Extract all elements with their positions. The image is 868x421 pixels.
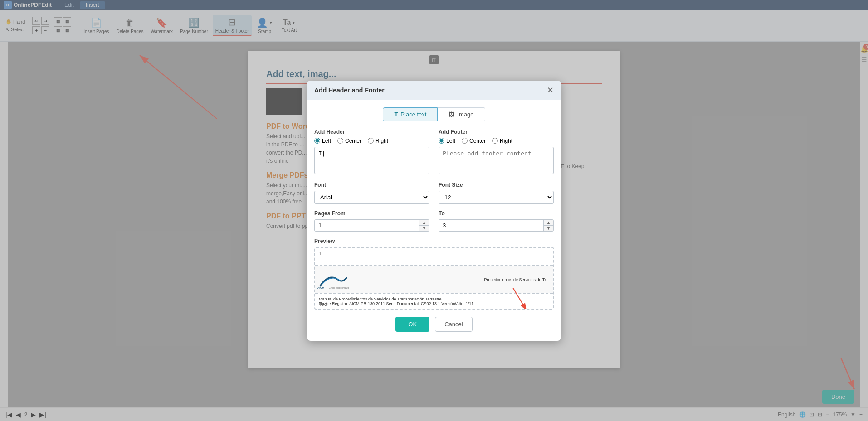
pages-from-spinners: ▲ ▼	[419, 220, 429, 231]
footer-text-input[interactable]	[439, 147, 554, 174]
pages-row: Pages From ▲ ▼ To ▲	[314, 210, 554, 232]
font-size-label: Font Size	[439, 182, 554, 188]
aicm-logo-svg: AICM Grupo Aeroportuario	[315, 271, 351, 289]
font-size-col: Font Size 891011 121416 182436	[439, 182, 554, 204]
preview-label: Preview	[314, 238, 554, 244]
preview-right-text: Procedimientos de Servicios de Tr...	[351, 277, 553, 282]
pages-to-down[interactable]: ▼	[544, 226, 553, 231]
pages-from-up[interactable]: ▲	[419, 220, 429, 226]
font-label: Font	[314, 182, 429, 188]
header-right-radio[interactable]: Right	[368, 138, 388, 144]
modal-body: T Place text 🖼 Image Add Header Left	[307, 100, 561, 341]
header-col: Add Header Left Center Right	[314, 129, 429, 175]
footer-radio-group: Left Center Right	[439, 138, 554, 144]
modal-footer: OK Cancel	[314, 317, 554, 334]
preview-section: Preview 1 AICM	[314, 238, 554, 310]
preview-page-num: 1	[319, 251, 322, 256]
preview-header: 1	[315, 248, 553, 266]
pages-to-wrap: ▲ ▼	[439, 219, 554, 232]
pages-to-spinners: ▲ ▼	[543, 220, 553, 231]
font-col: Font Arial Times New Roman Courier New H…	[314, 182, 429, 204]
pages-to-up[interactable]: ▲	[544, 220, 553, 226]
preview-footer-sub: No. de Registro: AICM-PR-130-2011 Serie …	[319, 301, 549, 306]
footer-col: Add Footer Left Center Right	[439, 129, 554, 175]
pages-from-col: Pages From ▲ ▼	[314, 210, 429, 232]
text-format-icon: T	[394, 111, 398, 118]
svg-text:Grupo Aeroportuario: Grupo Aeroportuario	[329, 286, 350, 289]
header-footer-row: Add Header Left Center Right	[314, 129, 554, 175]
preview-footer-main: Manual de Procedimientos de Servicios de…	[319, 297, 549, 301]
footer-right-radio[interactable]: Right	[492, 138, 512, 144]
modal-close-btn[interactable]: ✕	[547, 86, 554, 94]
footer-center-radio[interactable]: Center	[462, 138, 486, 144]
tab-place-text[interactable]: T Place text	[383, 107, 438, 121]
preview-footer-content: Manual de Procedimientos de Servicios de…	[319, 297, 549, 306]
svg-text:AICM: AICM	[317, 286, 324, 289]
pages-from-label: Pages From	[314, 210, 429, 217]
header-text-input[interactable]: I|	[314, 147, 429, 174]
tab-image[interactable]: 🖼 Image	[438, 107, 485, 121]
add-header-footer-modal: Add Header and Footer ✕ T Place text 🖼 I…	[307, 81, 561, 341]
modal-title: Add Header and Footer	[314, 87, 385, 94]
preview-logo: AICM Grupo Aeroportuario	[315, 271, 351, 289]
preview-footer: Manual de Procedimientos de Servicios de…	[315, 293, 553, 309]
cancel-button[interactable]: Cancel	[435, 317, 472, 332]
pages-from-down[interactable]: ▼	[419, 226, 429, 231]
ok-button[interactable]: OK	[395, 317, 429, 332]
font-select[interactable]: Arial Times New Roman Courier New Helvet…	[314, 191, 429, 204]
pages-to-col: To ▲ ▼	[439, 210, 554, 232]
pages-from-input[interactable]	[314, 219, 429, 232]
pages-to-label: To	[439, 210, 554, 217]
pages-from-wrap: ▲ ▼	[314, 219, 429, 232]
preview-content: AICM Grupo Aeroportuario Procedimientos …	[315, 266, 553, 293]
add-header-label: Add Header	[314, 129, 429, 135]
footer-left-radio[interactable]: Left	[439, 138, 455, 144]
font-row: Font Arial Times New Roman Courier New H…	[314, 182, 554, 204]
add-footer-label: Add Footer	[439, 129, 554, 135]
modal-tabs: T Place text 🖼 Image	[314, 107, 554, 121]
font-size-select[interactable]: 891011 121416 182436	[439, 191, 554, 204]
image-icon: 🖼	[449, 111, 454, 118]
header-radio-group: Left Center Right	[314, 138, 429, 144]
modal-overlay: Add Header and Footer ✕ T Place text 🖼 I…	[0, 0, 868, 421]
preview-footer-label: Text	[319, 302, 327, 307]
modal-header: Add Header and Footer ✕	[307, 81, 561, 100]
preview-box: 1 AICM Grupo Aeroportuario	[314, 247, 554, 310]
pages-to-input[interactable]	[439, 219, 554, 232]
header-center-radio[interactable]: Center	[337, 138, 361, 144]
header-left-radio[interactable]: Left	[314, 138, 331, 144]
